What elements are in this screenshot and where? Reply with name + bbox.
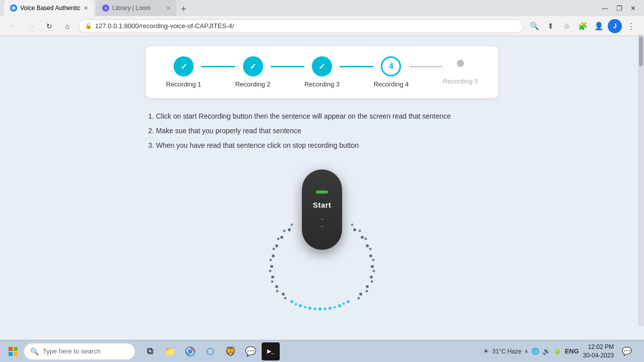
more-button[interactable]: ⋮ (624, 19, 638, 33)
svg-point-2 (280, 236, 283, 239)
mic-led (316, 191, 328, 194)
address-bar[interactable]: 🔒 127.0.0.1:8000/recording-voice-of-CAPJ… (78, 19, 523, 33)
svg-point-29 (369, 247, 372, 250)
brave-button[interactable]: 🦁 (221, 342, 239, 360)
instruction-1: Click on start Recording button then the… (156, 110, 498, 123)
tab2-close[interactable]: ✕ (166, 5, 171, 12)
taskbar-search-icon: 🔍 (30, 347, 39, 355)
reload-button[interactable]: ↻ (42, 19, 56, 33)
puzzle-icon[interactable]: 🧩 (576, 19, 590, 33)
search-icon[interactable]: 🔍 (527, 19, 541, 33)
svg-point-0 (12, 6, 16, 10)
instructions-list: Click on start Recording button then the… (146, 110, 498, 154)
chevron-down-2: ⌄ (319, 222, 325, 228)
stepper: ✓ Recording 1 ✓ Recording 2 ✓ Recording … (166, 56, 478, 88)
svg-point-42 (295, 303, 297, 305)
nav-actions: 🔍 ⬆ ☆ 🧩 👤 J ⋮ (527, 19, 638, 33)
start-button[interactable] (4, 342, 22, 360)
tab1-favicon (10, 5, 17, 12)
taskbar-right: ☀ 31°C Haze ∧ 🌐 🔊 🔋 ENG 12:02 PM 30-04-2… (483, 342, 640, 360)
stepper-container: ✓ Recording 1 ✓ Recording 2 ✓ Recording … (146, 46, 498, 98)
user-profile-button[interactable]: J (608, 19, 622, 33)
svg-point-4 (272, 254, 275, 257)
svg-point-23 (370, 276, 373, 279)
svg-point-37 (308, 307, 311, 310)
step-4-circle: 4 (381, 56, 401, 76)
instruction-2: Make sue that you properly read that sen… (156, 125, 498, 137)
task-view-button[interactable]: ⧉ (141, 342, 159, 360)
notification-button[interactable]: 💬 (618, 342, 636, 360)
step-5: Recording 5 (443, 60, 478, 85)
taskbar-search[interactable]: 🔍 Type here to search (24, 343, 135, 359)
step-1: ✓ Recording 1 (166, 56, 201, 88)
window-controls: — ❐ ✕ (602, 5, 640, 12)
start-recording-button[interactable]: Start ⌄ ⌄ (302, 169, 342, 250)
svg-point-34 (358, 297, 360, 299)
close-button[interactable]: ✕ (630, 5, 636, 12)
profile-icon[interactable]: 👤 (592, 19, 606, 33)
svg-point-15 (271, 280, 274, 283)
svg-rect-51 (14, 352, 18, 356)
svg-point-43 (304, 306, 307, 308)
tray-chevron[interactable]: ∧ (524, 348, 528, 354)
file-explorer-button[interactable]: 📁 (161, 342, 179, 360)
page-content: ✓ Recording 1 ✓ Recording 2 ✓ Recording … (0, 36, 644, 320)
chrome-button[interactable] (181, 342, 199, 360)
battery-icon: 🔋 (553, 347, 561, 355)
svg-point-27 (359, 229, 361, 232)
scrollbar-thumb[interactable] (639, 36, 643, 66)
svg-point-30 (372, 258, 375, 261)
svg-point-5 (270, 265, 273, 268)
svg-point-40 (338, 304, 341, 307)
svg-point-6 (271, 276, 274, 279)
vscode-button[interactable]: ⬡ (201, 342, 219, 360)
home-button[interactable]: ⌂ (60, 19, 74, 33)
taskbar: 🔍 Type here to search ⧉ 📁 ⬡ 🦁 💬 ▶_ ☀ 31°… (0, 340, 644, 362)
svg-point-46 (334, 306, 336, 308)
nav-bar: ← → ↻ ⌂ 🔒 127.0.0.1:8000/recording-voice… (0, 16, 644, 36)
svg-point-38 (318, 308, 321, 310)
svg-point-19 (361, 236, 364, 239)
step-2-label: Recording 2 (235, 80, 270, 88)
svg-point-33 (366, 290, 368, 292)
mic-chevrons: ⌄ ⌄ (319, 215, 325, 228)
language-indicator: ENG (565, 347, 579, 355)
lock-icon: 🔒 (85, 23, 92, 29)
whatsapp-button[interactable]: 💬 (242, 342, 260, 360)
minimize-button[interactable]: — (602, 5, 608, 12)
svg-point-22 (371, 265, 374, 268)
step-3-label: Recording 3 (304, 80, 340, 88)
extensions-icon[interactable]: ⬆ (543, 19, 557, 33)
restore-button[interactable]: ❐ (616, 5, 622, 12)
svg-point-14 (269, 269, 272, 272)
step-4: 4 Recording 4 (373, 56, 409, 88)
svg-point-31 (373, 269, 375, 272)
svg-point-13 (270, 258, 272, 261)
svg-point-28 (365, 237, 367, 240)
svg-point-11 (277, 237, 280, 240)
scrollbar[interactable] (638, 34, 644, 326)
taskbar-clock: 12:02 PM 30-04-2023 (583, 343, 614, 360)
bookmark-icon[interactable]: ☆ (559, 19, 574, 33)
svg-point-45 (324, 307, 327, 310)
tab-1[interactable]: Voice Based Authentication ✕ (4, 0, 94, 16)
taskbar-search-text: Type here to search (43, 347, 101, 355)
terminal-button[interactable]: ▶_ (262, 342, 280, 360)
back-button[interactable]: ← (6, 19, 20, 33)
svg-rect-50 (9, 352, 13, 356)
tab-2[interactable]: ✦ Library | Loom ✕ (96, 0, 177, 16)
tab2-label: Library | Loom (112, 5, 150, 12)
taskbar-icons: ⧉ 📁 ⬡ 🦁 💬 ▶_ (141, 342, 280, 360)
svg-rect-48 (9, 347, 13, 351)
svg-point-12 (273, 247, 275, 250)
forward-button[interactable]: → (24, 19, 38, 33)
step-2-circle: ✓ (243, 56, 263, 76)
new-tab-button[interactable]: + (177, 2, 191, 16)
tab1-label: Voice Based Authentication (20, 5, 80, 12)
step-line-4-5 (409, 66, 443, 67)
address-text: 127.0.0.1:8000/recording-voice-of-CAPJIT… (95, 22, 234, 30)
svg-point-21 (369, 254, 372, 257)
step-3: ✓ Recording 3 (304, 56, 340, 88)
tab1-close[interactable]: ✕ (84, 5, 88, 12)
svg-point-17 (284, 297, 287, 299)
